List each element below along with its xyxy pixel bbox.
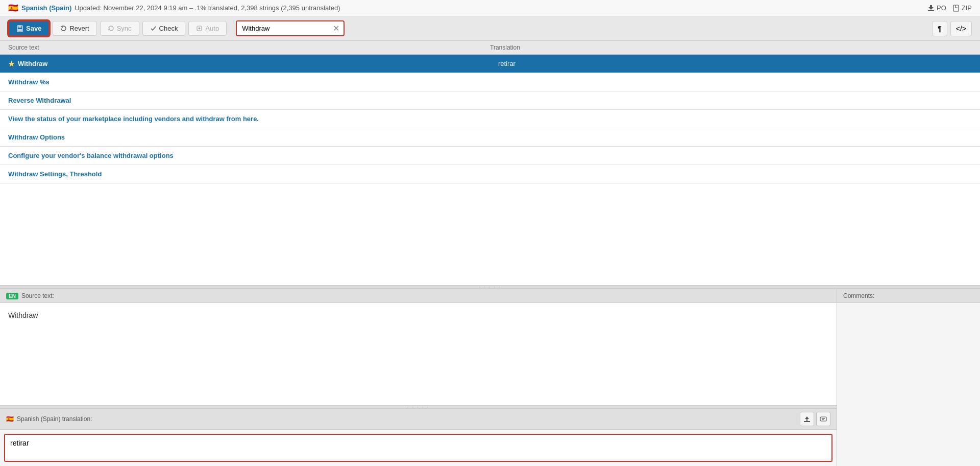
svg-rect-4	[18, 29, 22, 31]
table-row[interactable]: Configure your vendor's balance withdraw…	[0, 147, 980, 165]
table-header: Source text Translation	[0, 41, 980, 55]
table-row[interactable]: ★ Withdraw retirar	[0, 55, 980, 73]
translation-input-header-left: 🇪🇸 Spanish (Spain) translation:	[6, 415, 92, 423]
table-row[interactable]: Withdraw Settings, Threshold	[0, 165, 980, 183]
translation-input-section: 🇪🇸 Spanish (Spain) translation:	[0, 408, 837, 462]
translation-value	[490, 152, 980, 160]
download-icon	[927, 5, 935, 12]
info-bar-left: 🇪🇸 Spanish (Spain) Updated: November 22,…	[8, 3, 340, 13]
zip-download[interactable]: ZIP	[952, 4, 972, 12]
sync-button[interactable]: Sync	[100, 21, 139, 36]
search-clear-button[interactable]: ✕	[329, 24, 344, 33]
language-name[interactable]: Spanish (Spain)	[21, 4, 71, 12]
bottom-section: EN Source text: Withdraw · · · · · 🇪🇸 Sp…	[0, 288, 980, 466]
info-bar-right: PO ZIP	[927, 4, 972, 12]
main-content: Source text Translation ★ Withdraw retir…	[0, 41, 980, 466]
file-icon	[952, 5, 960, 12]
resize-dots: · · · · ·	[407, 404, 429, 410]
language-flag: 🇪🇸	[8, 3, 18, 13]
translation-input-wrapper: retirar	[4, 434, 832, 462]
table-row[interactable]: Reverse Withdrawal	[0, 91, 980, 110]
machine-translate-icon	[820, 415, 827, 423]
sync-icon	[108, 25, 114, 32]
source-panel: EN Source text: Withdraw · · · · · 🇪🇸 Sp…	[0, 289, 837, 466]
table-row[interactable]: Withdraw Options	[0, 128, 980, 147]
table-row[interactable]: Withdraw %s	[0, 73, 980, 91]
info-bar: 🇪🇸 Spanish (Spain) Updated: November 22,…	[0, 0, 980, 16]
source-cell: Withdraw Settings, Threshold	[0, 166, 490, 182]
translation-panel-label: Spanish (Spain) translation:	[17, 415, 92, 423]
upload-icon	[803, 415, 811, 423]
pilcrow-button[interactable]: ¶	[932, 21, 947, 36]
translation-value	[490, 115, 980, 123]
table-row[interactable]: View the status of your marketplace incl…	[0, 110, 980, 128]
translation-input-header: 🇪🇸 Spanish (Spain) translation:	[0, 409, 837, 430]
translation-header: Translation	[490, 44, 972, 51]
source-cell: Withdraw Options	[0, 129, 490, 145]
translation-value	[490, 133, 980, 142]
translation-input[interactable]: retirar	[5, 435, 831, 459]
source-cell: ★ Withdraw	[0, 56, 490, 72]
comments-panel: Comments:	[837, 289, 980, 466]
translation-value: retirar	[490, 56, 980, 72]
save-button[interactable]: Save	[8, 20, 50, 36]
comments-header: Comments:	[837, 289, 980, 303]
translation-input-header-right	[800, 412, 830, 426]
check-icon	[150, 25, 157, 32]
svg-point-6	[199, 28, 201, 30]
translation-value	[490, 170, 980, 178]
auto-icon	[196, 25, 203, 32]
code-button[interactable]: </>	[950, 21, 972, 36]
revert-button[interactable]: Revert	[53, 21, 96, 36]
source-panel-header: EN Source text:	[0, 289, 837, 303]
translation-value	[490, 78, 980, 86]
upload-button[interactable]	[800, 412, 814, 426]
source-cell: Withdraw %s	[0, 74, 490, 90]
translation-flag: 🇪🇸	[6, 415, 14, 423]
source-panel-content: Withdraw	[0, 303, 837, 405]
source-cell: Reverse Withdrawal	[0, 92, 490, 108]
copy-machine-button[interactable]	[816, 412, 830, 426]
svg-rect-3	[18, 26, 21, 28]
source-text-header: Source text	[8, 44, 490, 51]
search-box-wrapper: ✕	[236, 20, 345, 36]
check-button[interactable]: Check	[142, 21, 186, 36]
auto-button[interactable]: Auto	[188, 21, 227, 36]
star-icon: ★	[8, 60, 15, 68]
svg-rect-0	[928, 10, 934, 11]
svg-rect-7	[804, 421, 810, 422]
source-text: Withdraw	[18, 60, 47, 67]
translation-list: ★ Withdraw retirar Withdraw %s Reverse W…	[0, 55, 980, 285]
en-badge: EN	[6, 293, 18, 299]
revert-icon	[60, 25, 67, 32]
po-download[interactable]: PO	[927, 4, 946, 12]
bottom-area: EN Source text: Withdraw · · · · · 🇪🇸 Sp…	[0, 288, 980, 466]
source-cell: View the status of your marketplace incl…	[0, 111, 490, 127]
update-info: Updated: November 22, 2024 9:19 am – .1%…	[75, 4, 340, 12]
source-cell: Configure your vendor's balance withdraw…	[0, 148, 490, 164]
translation-value	[490, 97, 980, 105]
svg-rect-8	[820, 417, 826, 421]
save-icon	[16, 25, 23, 32]
toolbar: Save Revert Sync Check Auto ✕ ¶ </>	[0, 16, 980, 41]
search-input[interactable]	[237, 21, 329, 35]
source-panel-label: Source text:	[21, 292, 54, 299]
svg-rect-1	[953, 5, 959, 11]
